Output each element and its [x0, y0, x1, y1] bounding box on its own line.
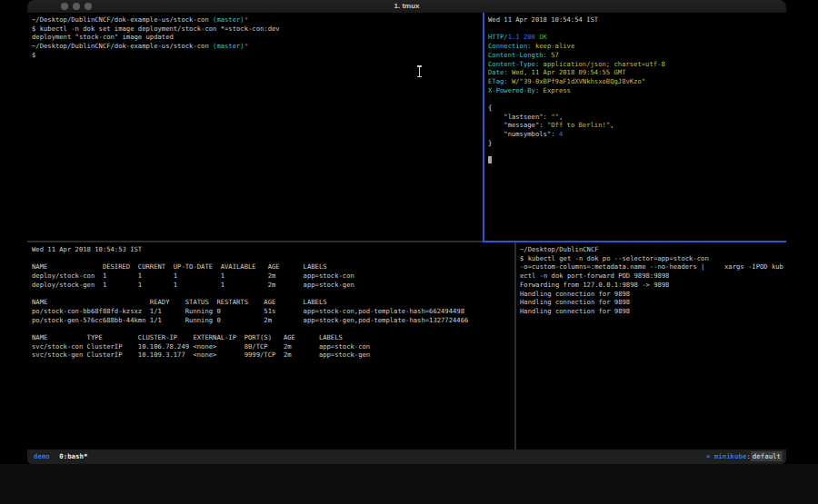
pane-bottom-right[interactable]: ~/Desktop/DublinCNCF$ kubectl get -n dok… — [516, 242, 786, 450]
terminal-text: ~/Desktop/DublinCNCF — [520, 245, 599, 253]
terminal-text: deployment "stock-con" image updated — [32, 33, 174, 41]
terminal-text: } — [488, 139, 492, 147]
pane-divider-vertical-bottom[interactable] — [514, 242, 516, 450]
terminal-line: po/stock-con-bb68f88fd-kzsxz 1/1 Running… — [32, 307, 514, 316]
terminal-text: Content-Type: — [488, 60, 539, 68]
tmux-status-bar: demo 0:bash* ⎈ minikube:default — [27, 450, 786, 464]
terminal-line: "lastseen": "", — [488, 113, 786, 122]
terminal-text: Content-Length: — [488, 51, 547, 59]
tmux-window-item[interactable]: 0:bash* — [59, 452, 87, 460]
terminal-text: HTTP/ — [488, 33, 508, 41]
terminal-text: "numsymbols": — [488, 130, 559, 138]
terminal-text: 4 — [559, 130, 563, 138]
terminal-text: OK — [539, 33, 547, 41]
terminal-line — [32, 254, 514, 263]
terminal-cursor — [488, 156, 492, 163]
terminal-text: X-Powered-By: — [488, 86, 539, 94]
terminal-line: svc/stock-gen ClusterIP 10.109.3.177 <no… — [32, 351, 514, 360]
terminal-text: $ — [32, 51, 35, 59]
terminal-line: NAME READY STATUS RESTARTS AGE LABELS — [32, 298, 514, 307]
terminal-line: "message": "Off to Berlin!", — [488, 121, 786, 130]
terminal-line — [488, 25, 786, 34]
terminal-line: Date: Wed, 11 Apr 2018 09:54:55 GMT — [488, 68, 786, 77]
terminal-line: ~/Desktop/DublinCNCF — [520, 245, 786, 254]
terminal-line: ectl -n dok port-forward POD 9898:9898 — [520, 272, 786, 281]
terminal-text: ~/Desktop/DublinCNCF/dok-example-us/stoc… — [32, 42, 213, 50]
pane-bottom-left[interactable]: Wed 11 Apr 2018 10:54:53 IST NAME DESIRE… — [27, 242, 514, 450]
terminal-line: Content-Type: application/json; charset=… — [488, 60, 786, 69]
terminal-text: po/stock-gen-576cc688bb-44kmn 1/1 Runnin… — [32, 316, 468, 324]
terminal-text: NAME DESIRED CURRENT UP-TO-DATE AVAILABL… — [32, 262, 327, 271]
terminal-text: keep-alive — [532, 42, 575, 50]
terminal-line: $ — [32, 51, 483, 60]
terminal-text: po/stock-con-bb68f88fd-kzsxz 1/1 Running… — [32, 307, 464, 315]
terminal-line: X-Powered-By: Express — [488, 86, 786, 95]
terminal-text: Handling connection for 9898 — [520, 298, 630, 306]
terminal-text: Wed 11 Apr 2018 10:54:53 IST — [32, 245, 142, 253]
pane-divider-vertical-top[interactable] — [483, 13, 484, 241]
terminal-text: * — [244, 42, 248, 50]
terminal-text: (master) — [213, 15, 244, 24]
terminal-text: W/"39-0xBPf9aF1dXVNkhsxoBQgJ8vKzo" — [508, 77, 645, 85]
terminal-line — [488, 94, 786, 104]
terminal-text: ETag: — [488, 77, 508, 85]
terminal-text: 1.1 200 — [508, 33, 535, 41]
tmux-session-name: demo — [34, 452, 50, 460]
terminal-text: svc/stock-gen ClusterIP 10.109.3.177 <no… — [32, 351, 370, 359]
mouse-cursor — [416, 65, 422, 77]
terminal-line: svc/stock-con ClusterIP 10.106.78.249 <n… — [32, 342, 514, 351]
terminal-text: deploy/stock-con 1 1 1 1 2m app=stock-co… — [32, 272, 354, 280]
kube-namespace: default — [751, 451, 783, 461]
terminal-line: $ kubectl get -n dok po --selector=app=s… — [520, 254, 786, 263]
terminal-text: 57 — [547, 51, 559, 59]
terminal-text: Forwarding from 127.0.0.1:9898 -> 9898 — [520, 281, 669, 289]
terminal-text: Connection: — [488, 42, 532, 50]
terminal-line: Wed 11 Apr 2018 10:54:53 IST — [32, 245, 514, 254]
desktop: 1. tmux ~/Desktop/DublinCNCF/dok-example… — [0, 0, 818, 504]
terminal-line: deployment "stock-con" image updated — [32, 33, 483, 42]
terminal-text: "message": — [488, 121, 547, 129]
terminal-text: svc/stock-con ClusterIP 10.106.78.249 <n… — [32, 342, 370, 351]
terminal-line: deploy/stock-con 1 1 1 1 2m app=stock-co… — [32, 272, 514, 281]
terminal-line: Handling connection for 9898 — [520, 307, 786, 316]
tmux-session: ~/Desktop/DublinCNCF/dok-example-us/stoc… — [27, 13, 786, 450]
window-titlebar[interactable]: 1. tmux — [27, 0, 786, 13]
desktop-background-strip — [0, 464, 818, 504]
terminal-text: Wed 11 Apr 2018 10:54:54 IST — [488, 15, 598, 24]
pane-divider-horizontal-right-active[interactable] — [483, 241, 786, 242]
terminal-line: Connection: keep-alive — [488, 42, 786, 51]
kube-context: minikube — [714, 452, 747, 460]
terminal-line: } — [488, 139, 786, 148]
kubernetes-helm-icon: ⎈ — [706, 452, 710, 460]
terminal-text: Express — [539, 86, 571, 94]
terminal-text: application/json; charset=utf-8 — [539, 60, 664, 68]
terminal-window: 1. tmux ~/Desktop/DublinCNCF/dok-example… — [27, 0, 786, 464]
terminal-line: NAME TYPE CLUSTER-IP EXTERNAL-IP PORT(S)… — [32, 333, 514, 342]
terminal-text: $ kubectl get -n dok po --selector=app=s… — [520, 254, 709, 262]
terminal-text: ectl -n dok port-forward POD 9898:9898 — [520, 272, 669, 280]
terminal-text: NAME READY STATUS RESTARTS AGE LABELS — [32, 298, 327, 306]
terminal-line: ETag: W/"39-0xBPf9aF1dXVNkhsxoBQgJ8vKzo" — [488, 77, 786, 86]
terminal-line: ~/Desktop/DublinCNCF/dok-example-us/stoc… — [32, 42, 483, 51]
pane-divider-horizontal-left[interactable] — [27, 241, 483, 242]
terminal-line — [488, 156, 786, 165]
terminal-line: Content-Length: 57 — [488, 51, 786, 60]
terminal-line: "numsymbols": 4 — [488, 130, 786, 139]
pane-top-right[interactable]: Wed 11 Apr 2018 10:54:54 IST HTTP/1.1 20… — [484, 13, 786, 241]
terminal-line: $ kubectl -n dok set image deployment/st… — [32, 25, 483, 34]
terminal-line: HTTP/1.1 200 OK — [488, 33, 786, 42]
terminal-line: deploy/stock-gen 1 1 1 1 2m app=stock-ge… — [32, 281, 514, 290]
terminal-line — [488, 148, 786, 157]
terminal-line: Wed 11 Apr 2018 10:54:54 IST — [488, 15, 786, 25]
terminal-text: -o=custom-columns=:metadata.name --no-he… — [520, 262, 783, 271]
terminal-text: $ kubectl -n dok set image deployment/st… — [32, 25, 280, 33]
pane-top-left[interactable]: ~/Desktop/DublinCNCF/dok-example-us/stoc… — [27, 13, 483, 241]
terminal-line: { — [488, 104, 786, 113]
terminal-line — [32, 290, 514, 299]
terminal-line: NAME DESIRED CURRENT UP-TO-DATE AVAILABL… — [32, 262, 514, 272]
terminal-text: deploy/stock-gen 1 1 1 1 2m app=stock-ge… — [32, 281, 354, 289]
terminal-text: Wed, 11 Apr 2018 09:54:55 GMT — [508, 68, 626, 76]
terminal-line: po/stock-gen-576cc688bb-44kmn 1/1 Runnin… — [32, 316, 514, 325]
terminal-line: ~/Desktop/DublinCNCF/dok-example-us/stoc… — [32, 15, 483, 25]
terminal-text: NAME TYPE CLUSTER-IP EXTERNAL-IP PORT(S)… — [32, 333, 343, 341]
